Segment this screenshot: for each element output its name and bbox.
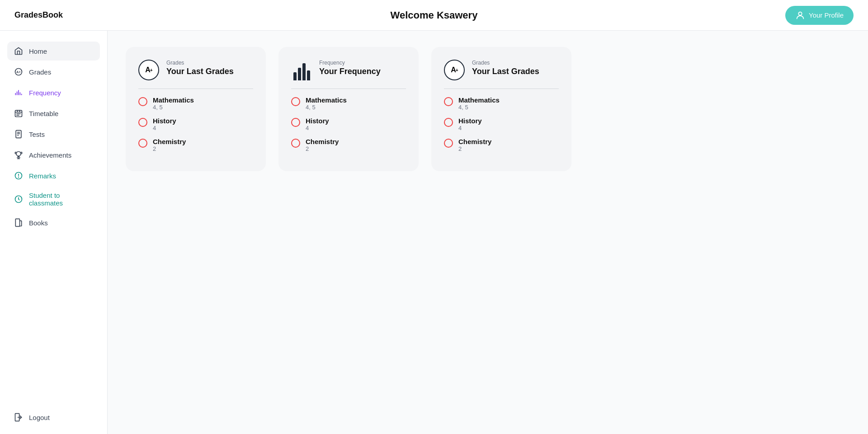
- sidebar-item-label: Home: [29, 47, 47, 55]
- logout-icon: [14, 412, 24, 422]
- sidebar-item-home[interactable]: Home: [7, 42, 100, 61]
- card-label: Grades: [166, 60, 234, 66]
- subject-indicator: [444, 139, 453, 148]
- card-label: Frequency: [319, 60, 381, 66]
- subject-name: Mathematics: [458, 96, 500, 104]
- subject-indicator: [138, 97, 147, 106]
- subject-name: Chemistry: [153, 138, 186, 145]
- grades-card-icon: A+: [138, 60, 159, 80]
- sidebar-item-achievements[interactable]: Achievements: [7, 145, 100, 164]
- header: GradesBook Welcome Ksawery Your Profile: [0, 0, 868, 31]
- sidebar-item-label: Student to classmates: [29, 191, 94, 207]
- card-label: Grades: [472, 60, 539, 66]
- sidebar-item-label: Logout: [29, 414, 50, 421]
- timetable-icon: [14, 108, 24, 118]
- subject-grade: 2: [153, 145, 186, 152]
- home-icon: [14, 46, 24, 56]
- cards-container: A+ Grades Your Last Grades Mathematics 4…: [108, 31, 868, 187]
- subject-indicator: [291, 139, 300, 148]
- card-header: A+ Grades Your Last Grades: [138, 60, 253, 80]
- profile-icon: [795, 10, 805, 20]
- card-header: A+ Grades Your Last Grades: [444, 60, 559, 80]
- subject-name: Chemistry: [306, 138, 339, 145]
- sidebar-item-books[interactable]: Books: [7, 213, 100, 232]
- subject-row: History 4: [291, 117, 406, 131]
- grade-card-3: A+ Grades Your Last Grades Mathematics 4…: [431, 47, 571, 171]
- subject-grade: 4: [306, 125, 329, 131]
- card-title: Your Last Grades: [472, 67, 539, 76]
- main-content-area: A+ Grades Your Last Grades Mathematics 4…: [108, 0, 868, 434]
- grade-card-2: Frequency Your Frequency Mathematics 4, …: [278, 47, 419, 171]
- app-layout: GradesBook Welcome Ksawery Your Profile …: [0, 0, 868, 434]
- sidebar-item-grades[interactable]: A+ Grades: [7, 62, 100, 81]
- subject-indicator: [138, 118, 147, 127]
- card-divider: [291, 89, 406, 89]
- sidebar-item-label: Books: [29, 219, 48, 227]
- page-title: Welcome Ksawery: [391, 9, 478, 21]
- subject-row: History 4: [138, 117, 253, 131]
- sidebar-item-label: Achievements: [29, 151, 71, 159]
- subject-row: Mathematics 4, 5: [291, 96, 406, 111]
- svg-text:A+: A+: [16, 70, 21, 74]
- subject-row: Chemistry 2: [444, 138, 559, 152]
- sidebar-item-frequency[interactable]: Frequency: [7, 83, 100, 102]
- frequency-card-icon: [291, 60, 312, 80]
- subject-grade: 4: [458, 125, 482, 131]
- sidebar-nav: Home A+ Grades: [0, 31, 107, 239]
- achievements-icon: [14, 150, 24, 160]
- svg-point-22: [19, 177, 19, 177]
- card-title: Your Frequency: [319, 67, 381, 76]
- frequency-icon: [14, 88, 24, 98]
- subject-grade: 2: [458, 145, 491, 152]
- subject-name: Chemistry: [458, 138, 491, 145]
- sidebar-item-logout[interactable]: Logout: [7, 408, 100, 427]
- subject-name: Mathematics: [153, 96, 194, 104]
- sidebar-item-timetable[interactable]: Timetable: [7, 104, 100, 123]
- svg-point-0: [798, 12, 802, 15]
- card-divider: [444, 89, 559, 89]
- subject-row: Chemistry 2: [291, 138, 406, 152]
- sidebar-item-tests[interactable]: Tests: [7, 125, 100, 144]
- grades-icon: A+: [14, 67, 24, 77]
- subject-name: History: [458, 117, 482, 125]
- subject-indicator: [138, 139, 147, 148]
- grade-card-1: A+ Grades Your Last Grades Mathematics 4…: [126, 47, 266, 171]
- subject-name: Mathematics: [306, 96, 347, 104]
- subject-indicator: [444, 97, 453, 106]
- subject-indicator: [291, 97, 300, 106]
- subject-row: Mathematics 4, 5: [138, 96, 253, 111]
- sidebar-footer: Logout: [0, 401, 107, 434]
- subject-indicator: [444, 118, 453, 127]
- subject-indicator: [291, 118, 300, 127]
- books-icon: [14, 218, 24, 228]
- profile-button[interactable]: Your Profile: [785, 6, 854, 25]
- subject-grade: 4, 5: [458, 104, 500, 111]
- sidebar-item-label: Timetable: [29, 110, 58, 117]
- subject-row: History 4: [444, 117, 559, 131]
- svg-rect-24: [15, 219, 19, 227]
- card-header: Frequency Your Frequency: [291, 60, 406, 80]
- subject-row: Mathematics 4, 5: [444, 96, 559, 111]
- subject-name: History: [306, 117, 329, 125]
- sidebar-item-remarks[interactable]: Remarks: [7, 166, 100, 185]
- subject-grade: 4: [153, 125, 176, 131]
- card-title: Your Last Grades: [166, 67, 234, 76]
- subject-name: History: [153, 117, 176, 125]
- remarks-icon: [14, 171, 24, 181]
- sidebar-item-label: Remarks: [29, 172, 56, 180]
- subject-grade: 4, 5: [306, 104, 347, 111]
- tests-icon: [14, 129, 24, 139]
- subject-row: Chemistry 2: [138, 138, 253, 152]
- card-divider: [138, 89, 253, 89]
- sidebar-item-label: Tests: [29, 131, 45, 138]
- student-icon: [14, 194, 24, 204]
- sidebar-item-label: Grades: [29, 68, 51, 76]
- sidebar-item-label: Frequency: [29, 89, 61, 97]
- sidebar: Home A+ Grades: [0, 0, 108, 434]
- subject-grade: 4, 5: [153, 104, 194, 111]
- sidebar-item-student-to-classmates[interactable]: Student to classmates: [7, 187, 100, 211]
- app-logo: GradesBook: [14, 10, 63, 20]
- subject-grade: 2: [306, 145, 339, 152]
- grades-card-icon: A+: [444, 60, 465, 80]
